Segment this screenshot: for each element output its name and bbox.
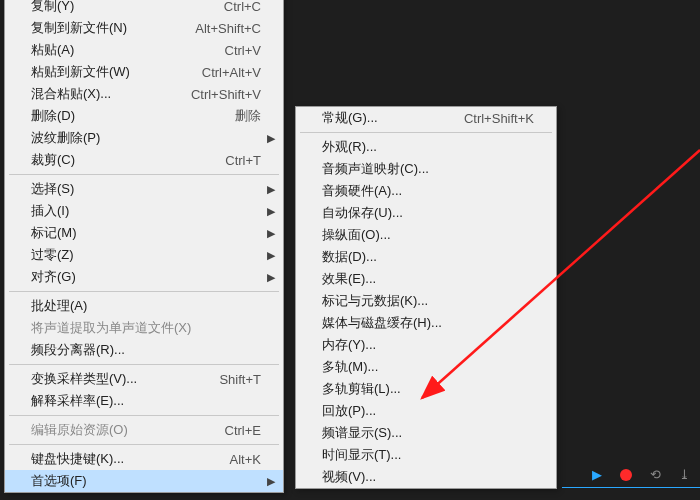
shortcut-label: Ctrl+Shift+V	[191, 87, 261, 102]
separator	[300, 132, 552, 133]
menu-item-label: 混合粘贴(X)...	[31, 85, 179, 103]
menu-item[interactable]: 复制到新文件(N)Alt+Shift+C	[5, 17, 283, 39]
menu-item[interactable]: 操纵面(O)...	[296, 224, 556, 246]
menu-item-label: 操纵面(O)...	[322, 226, 534, 244]
edit-context-menu[interactable]: 复制(Y)Ctrl+C复制到新文件(N)Alt+Shift+C粘贴(A)Ctrl…	[4, 0, 284, 493]
menu-item[interactable]: 视频(V)...	[296, 466, 556, 488]
menu-item[interactable]: 变换采样类型(V)...Shift+T	[5, 368, 283, 390]
menu-item-label: 波纹删除(P)	[31, 129, 261, 147]
submenu-arrow-icon: ▶	[267, 227, 275, 240]
menu-item-label: 插入(I)	[31, 202, 261, 220]
menu-item-label: 解释采样率(E)...	[31, 392, 261, 410]
menu-item[interactable]: 粘贴到新文件(W)Ctrl+Alt+V	[5, 61, 283, 83]
menu-item[interactable]: 音频硬件(A)...	[296, 180, 556, 202]
menu-item-label: 自动保存(U)...	[322, 204, 534, 222]
menu-item-label: 内存(Y)...	[322, 336, 534, 354]
menu-item[interactable]: 效果(E)...	[296, 268, 556, 290]
menu-item-label: 数据(D)...	[322, 248, 534, 266]
menu-item[interactable]: 媒体与磁盘缓存(H)...	[296, 312, 556, 334]
menu-item-label: 首选项(F)	[31, 472, 261, 490]
separator	[9, 444, 279, 445]
menu-item[interactable]: 标记(M)▶	[5, 222, 283, 244]
menu-item[interactable]: 选择(S)▶	[5, 178, 283, 200]
preferences-submenu[interactable]: 常规(G)...Ctrl+Shift+K外观(R)...音频声道映射(C)...…	[295, 106, 557, 489]
menu-item[interactable]: 自动保存(U)...	[296, 202, 556, 224]
menu-item-label: 频段分离器(R)...	[31, 341, 261, 359]
menu-item-label: 选择(S)	[31, 180, 261, 198]
menu-item-label: 粘贴到新文件(W)	[31, 63, 190, 81]
shortcut-label: 删除	[235, 107, 261, 125]
separator	[9, 364, 279, 365]
menu-item[interactable]: 波纹删除(P)▶	[5, 127, 283, 149]
menu-item[interactable]: 常规(G)...Ctrl+Shift+K	[296, 107, 556, 129]
menu-item[interactable]: 频谱显示(S)...	[296, 422, 556, 444]
menu-item[interactable]: 音频声道映射(C)...	[296, 158, 556, 180]
submenu-arrow-icon: ▶	[267, 132, 275, 145]
menu-item[interactable]: 首选项(F)▶	[5, 470, 283, 492]
menu-item-label: 时间显示(T)...	[322, 446, 534, 464]
menu-item[interactable]: 标记与元数据(K)...	[296, 290, 556, 312]
menu-item-label: 复制(Y)	[31, 0, 212, 15]
menu-item[interactable]: 解释采样率(E)...	[5, 390, 283, 412]
menu-item-label: 标记与元数据(K)...	[322, 292, 534, 310]
menu-item-label: 对齐(G)	[31, 268, 261, 286]
menu-item-label: 效果(E)...	[322, 270, 534, 288]
menu-item-label: 裁剪(C)	[31, 151, 213, 169]
menu-item-label: 复制到新文件(N)	[31, 19, 183, 37]
loop-icon[interactable]: ⟲	[650, 467, 661, 482]
menu-item[interactable]: 频段分离器(R)...	[5, 339, 283, 361]
menu-item[interactable]: 将声道提取为单声道文件(X)	[5, 317, 283, 339]
menu-item-label: 编辑原始资源(O)	[31, 421, 213, 439]
menu-item-label: 频谱显示(S)...	[322, 424, 534, 442]
menu-item[interactable]: 混合粘贴(X)...Ctrl+Shift+V	[5, 83, 283, 105]
menu-item-label: 过零(Z)	[31, 246, 261, 264]
shortcut-label: Ctrl+Alt+V	[202, 65, 261, 80]
submenu-arrow-icon: ▶	[267, 475, 275, 488]
record-icon[interactable]	[620, 469, 632, 481]
menu-item-label: 回放(P)...	[322, 402, 534, 420]
skip-icon[interactable]: ⤓	[679, 467, 690, 482]
timeline-marker	[562, 487, 700, 488]
shortcut-label: Ctrl+V	[225, 43, 261, 58]
menu-item-label: 视频(V)...	[322, 468, 534, 486]
submenu-arrow-icon: ▶	[267, 271, 275, 284]
menu-item-label: 标记(M)	[31, 224, 261, 242]
menu-item[interactable]: 数据(D)...	[296, 246, 556, 268]
submenu-arrow-icon: ▶	[267, 183, 275, 196]
menu-item[interactable]: 时间显示(T)...	[296, 444, 556, 466]
menu-item[interactable]: 编辑原始资源(O)Ctrl+E	[5, 419, 283, 441]
shortcut-label: Ctrl+E	[225, 423, 261, 438]
menu-item[interactable]: 批处理(A)	[5, 295, 283, 317]
menu-item-label: 变换采样类型(V)...	[31, 370, 207, 388]
menu-item[interactable]: 键盘快捷键(K)...Alt+K	[5, 448, 283, 470]
menu-item[interactable]: 多轨剪辑(L)...	[296, 378, 556, 400]
submenu-arrow-icon: ▶	[267, 205, 275, 218]
menu-item[interactable]: 多轨(M)...	[296, 356, 556, 378]
shortcut-label: Shift+T	[219, 372, 261, 387]
menu-item[interactable]: 裁剪(C)Ctrl+T	[5, 149, 283, 171]
menu-item-label: 媒体与磁盘缓存(H)...	[322, 314, 534, 332]
shortcut-label: Alt+K	[230, 452, 261, 467]
menu-item[interactable]: 回放(P)...	[296, 400, 556, 422]
menu-item[interactable]: 复制(Y)Ctrl+C	[5, 0, 283, 17]
menu-item-label: 键盘快捷键(K)...	[31, 450, 218, 468]
menu-item-label: 批处理(A)	[31, 297, 261, 315]
menu-item[interactable]: 过零(Z)▶	[5, 244, 283, 266]
menu-item-label: 将声道提取为单声道文件(X)	[31, 319, 261, 337]
menu-item[interactable]: 内存(Y)...	[296, 334, 556, 356]
separator	[9, 291, 279, 292]
menu-item[interactable]: 外观(R)...	[296, 136, 556, 158]
menu-item[interactable]: 插入(I)▶	[5, 200, 283, 222]
submenu-arrow-icon: ▶	[267, 249, 275, 262]
menu-item-label: 常规(G)...	[322, 109, 452, 127]
shortcut-label: Alt+Shift+C	[195, 21, 261, 36]
menu-item-label: 多轨(M)...	[322, 358, 534, 376]
separator	[9, 415, 279, 416]
menu-item[interactable]: 粘贴(A)Ctrl+V	[5, 39, 283, 61]
separator	[9, 174, 279, 175]
shortcut-label: Ctrl+C	[224, 0, 261, 14]
menu-item[interactable]: 对齐(G)▶	[5, 266, 283, 288]
menu-item[interactable]: 删除(D)删除	[5, 105, 283, 127]
shortcut-label: Ctrl+T	[225, 153, 261, 168]
play-icon[interactable]: ▶	[592, 467, 602, 482]
